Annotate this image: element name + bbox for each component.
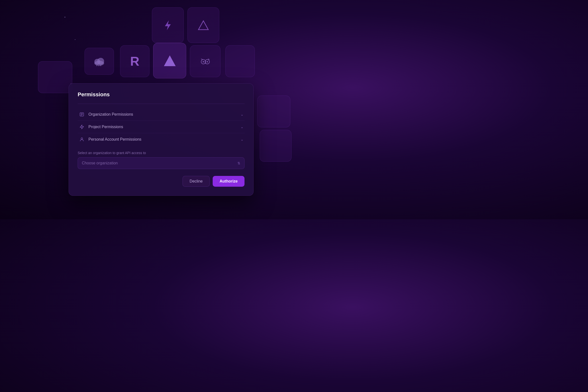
svg-point-11 [205,60,210,64]
svg-point-8 [100,65,101,66]
project-permissions-chevron: ⌄ [240,125,244,129]
tile-r-letter: R [120,45,150,77]
permissions-list: Organization Permissions ⌄ Project Permi… [78,108,244,146]
project-permissions-label: Project Permissions [88,125,123,129]
sort-icon: ⇅ [238,161,240,165]
account-permissions-chevron: ⌄ [240,138,244,141]
permission-item-account[interactable]: Personal Account Permissions ⌄ [78,133,244,146]
svg-marker-13 [201,58,203,60]
svg-point-4 [94,59,100,65]
svg-point-5 [97,58,104,65]
svg-point-10 [201,60,206,64]
tile-empty-4 [260,130,292,162]
svg-marker-14 [208,58,210,60]
authorize-button[interactable]: Authorize [213,176,244,187]
tile-bolt [152,7,184,43]
svg-point-15 [202,61,204,62]
org-section-label: Select an organization to grant API acce… [78,151,244,155]
divider [78,104,244,104]
dialog-footer: Decline Authorize [78,176,244,187]
svg-point-23 [81,138,83,140]
svg-line-2 [198,21,203,30]
tile-empty-2 [38,61,72,93]
dot-1 [64,17,66,18]
org-select-placeholder: Choose organization [82,161,118,166]
tile-owl [190,45,220,77]
org-select-dropdown[interactable]: Choose organization ⇅ [78,157,244,169]
org-permissions-icon [79,111,85,118]
permission-item-project[interactable]: Project Permissions ⌄ [78,121,244,133]
permission-item-org[interactable]: Organization Permissions ⌄ [78,108,244,121]
permissions-dialog: Permissions Organization Permissions ⌄ [68,83,254,196]
org-permissions-chevron: ⌄ [240,112,244,116]
tile-empty-3 [257,96,290,128]
svg-point-7 [98,66,99,66]
svg-point-3 [94,61,104,66]
svg-marker-17 [205,63,206,64]
svg-marker-1 [198,21,208,30]
account-permissions-label: Personal Account Permissions [88,137,141,142]
tile-prism [188,7,219,43]
dialog-title: Permissions [78,92,244,98]
svg-point-16 [206,61,208,62]
org-permissions-label: Organization Permissions [88,112,133,116]
tile-triangle-center [153,43,186,78]
svg-marker-0 [165,20,171,30]
tile-cloud [84,48,114,75]
svg-marker-9 [164,55,176,66]
svg-marker-22 [80,125,84,129]
project-permissions-icon [79,124,85,130]
account-permissions-icon [79,136,85,142]
dot-2 [75,39,76,40]
tile-empty-1 [226,45,255,77]
decline-button[interactable]: Decline [182,176,210,187]
svg-point-6 [96,65,97,66]
